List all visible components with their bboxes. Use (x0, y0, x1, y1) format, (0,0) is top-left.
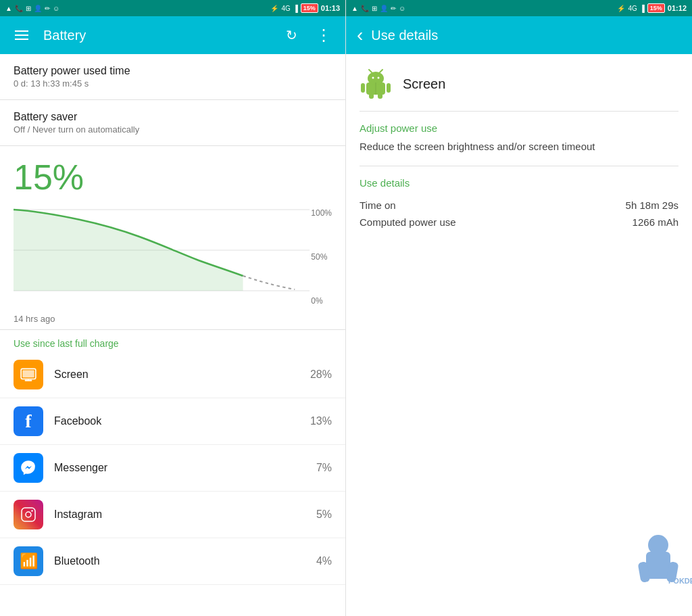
messenger-app-icon (14, 453, 43, 483)
r-phone-icon: 📞 (361, 5, 369, 12)
more-options-button[interactable]: ⋮ (313, 24, 335, 46)
adjust-power-text: Reduce the screen brightness and/or scre… (360, 139, 678, 166)
notification-icon: ▲ (5, 5, 12, 12)
battery-chart: 100% 50% 0% (0, 203, 345, 311)
instagram-app-name: Instagram (54, 508, 305, 521)
list-item[interactable]: Messenger 7% (0, 445, 345, 492)
adjust-power-section: Adjust power use Reduce the screen brigh… (360, 122, 678, 166)
svg-point-9 (31, 510, 32, 511)
r-screenshot-icon: ⊞ (372, 5, 377, 12)
list-item[interactable]: Screen 28% (0, 352, 345, 398)
battery-saver-title: Battery saver (14, 111, 332, 123)
messenger-app-percent: 7% (316, 462, 332, 474)
battery-saver-section[interactable]: Battery saver Off / Never turn on automa… (0, 100, 345, 146)
svg-line-15 (380, 70, 382, 72)
right-status-time: 01:12 (668, 4, 687, 12)
list-item[interactable]: Instagram 5% (0, 492, 345, 538)
messenger-app-name: Messenger (54, 462, 305, 474)
chart-label-50: 50% (311, 252, 332, 262)
hamburger-menu-button[interactable] (11, 24, 32, 46)
screenshot-icon: ⊞ (26, 5, 31, 12)
right-toolbar: ‹ Use details (346, 16, 692, 54)
battery-saver-value: Off / Never turn on automatically (14, 124, 332, 135)
battery-power-used-value: 0 d: 13 h:33 m:45 s (14, 78, 332, 89)
use-since-section: Use since last full charge (0, 329, 345, 352)
svg-rect-6 (22, 371, 34, 378)
r-notification-icon: ▲ (351, 5, 358, 12)
r-edit-icon: ✏ (391, 5, 396, 12)
app-usage-list: Screen 28% f Facebook 13% (0, 352, 345, 585)
facebook-app-percent: 13% (310, 415, 332, 427)
facebook-app-icon: f (14, 406, 43, 436)
svg-point-8 (26, 512, 31, 517)
r-bluetooth-status-icon: ⚡ (617, 5, 625, 12)
time-on-value: 5h 18m 29s (626, 199, 678, 211)
bluetooth-status-icon: ⚡ (270, 5, 278, 12)
bluetooth-app-icon: 📶 (14, 546, 43, 576)
svg-rect-17 (387, 83, 391, 93)
computed-power-value: 1266 mAh (633, 216, 678, 228)
signal-icon-4g: 4G (281, 5, 290, 12)
screen-detail-title: Screen (403, 76, 445, 92)
svg-rect-18 (369, 93, 374, 99)
svg-point-13 (378, 77, 380, 79)
battery-power-used-section: Battery power used time 0 d: 13 h:33 m:4… (0, 54, 345, 100)
chart-label-100: 100% (311, 208, 332, 218)
r-signal-icon-4g: 4G (628, 5, 637, 12)
chart-label-0: 0% (311, 296, 332, 306)
battery-power-used-title: Battery power used time (14, 65, 332, 77)
svg-rect-7 (22, 508, 35, 521)
list-item[interactable]: f Facebook 13% (0, 398, 345, 445)
svg-line-14 (369, 70, 372, 72)
computed-power-label: Computed power use (360, 216, 456, 228)
edit-icon: ✏ (45, 5, 50, 12)
screen-app-percent: 28% (310, 369, 332, 381)
r-battery-status-badge: 15% (647, 3, 665, 13)
person-icon: 👤 (34, 5, 42, 12)
chart-time-label: 14 hrs ago (0, 311, 345, 329)
svg-rect-16 (361, 83, 365, 93)
signal-bars-icon: ▐ (293, 5, 298, 12)
left-toolbar: Battery ↻ ⋮ (0, 16, 345, 54)
refresh-button[interactable]: ↻ (280, 24, 302, 46)
instagram-app-percent: 5% (316, 508, 332, 521)
right-toolbar-title: Use details (371, 28, 438, 43)
screen-app-icon (14, 360, 43, 389)
chart-labels: 100% 50% 0% (311, 203, 332, 311)
use-details-section: Use details Time on 5h 18m 29s Computed … (360, 177, 678, 228)
smiley-icon: ☺ (53, 5, 59, 12)
back-button[interactable]: ‹ (357, 24, 363, 46)
use-since-title: Use since last full charge (14, 338, 332, 349)
battery-percent-display: 15% (0, 146, 345, 203)
left-status-time: 01:13 (321, 4, 340, 12)
svg-point-12 (372, 77, 374, 79)
screen-app-name: Screen (54, 369, 299, 381)
computed-power-row: Computed power use 1266 mAh (360, 216, 678, 228)
svg-rect-19 (378, 93, 382, 99)
adjust-power-label: Adjust power use (360, 122, 678, 134)
right-content-scroll[interactable]: Screen Adjust power use Reduce the scree… (346, 54, 692, 616)
r-person-icon: 👤 (380, 5, 388, 12)
use-details-label: Use details (360, 177, 678, 189)
left-toolbar-title: Battery (43, 28, 270, 43)
phone-icon: 📞 (15, 5, 23, 12)
svg-rect-4 (25, 380, 32, 381)
time-on-label: Time on (360, 199, 396, 211)
left-content-scroll[interactable]: Battery power used time 0 d: 13 h:33 m:4… (0, 54, 345, 616)
bluetooth-app-name: Bluetooth (54, 555, 305, 567)
r-smiley-icon: ☺ (399, 5, 405, 12)
battery-status-badge: 15% (301, 3, 318, 13)
screen-detail-header: Screen (360, 68, 678, 112)
instagram-app-icon (14, 500, 43, 529)
time-on-row: Time on 5h 18m 29s (360, 199, 678, 211)
bluetooth-app-percent: 4% (316, 555, 332, 567)
list-item[interactable]: 📶 Bluetooth 4% (0, 538, 345, 585)
facebook-app-name: Facebook (54, 415, 299, 427)
r-signal-bars-icon: ▐ (640, 5, 645, 12)
android-icon (360, 68, 392, 100)
